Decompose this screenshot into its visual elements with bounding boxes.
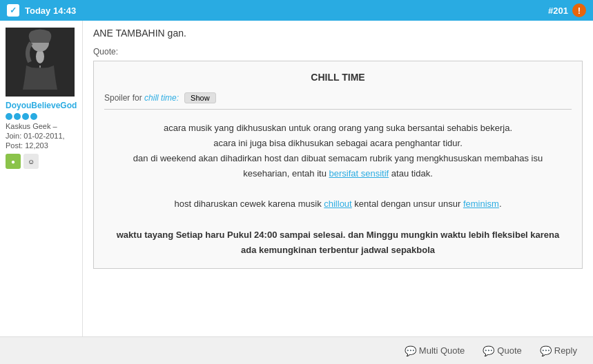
quote-line-7: waktu tayang Setiap haru Pukul 24:00 sam… bbox=[104, 228, 572, 258]
quote-box: CHILL TIME Spoiler for chill time: Show … bbox=[93, 61, 583, 269]
quote-icon: 💬 bbox=[483, 345, 494, 356]
action-bar: 💬 Multi Quote 💬 Quote 💬 Reply bbox=[0, 336, 593, 364]
user-sidebar: DoyouBelieveGod Kaskus Geek – Join: 01-0… bbox=[0, 21, 83, 336]
post-content-area: ANE TAMBAHIN gan. Quote: CHILL TIME Spoi… bbox=[83, 21, 593, 336]
reply-label: Reply bbox=[554, 345, 577, 356]
quote-line-5: host diharuskan cewek karena musik chill… bbox=[104, 196, 572, 212]
reply-icon: 💬 bbox=[540, 345, 552, 356]
sensitive-link[interactable]: bersifat sensitif bbox=[329, 168, 389, 179]
user-post-count: Post: 12,203 bbox=[6, 141, 77, 150]
multi-quote-button[interactable]: 💬 Multi Quote bbox=[399, 343, 470, 359]
quote-line-3: dan di weekend akan dihadirkan host dan … bbox=[104, 151, 572, 181]
dot-3 bbox=[22, 113, 29, 120]
dot-2 bbox=[14, 113, 21, 120]
spoiler-label: Spoiler for chill time: bbox=[104, 93, 179, 103]
post-label: Post: bbox=[6, 141, 23, 150]
user-report-icon[interactable]: ☺ bbox=[23, 154, 39, 169]
quote-line-2: acara ini juga bisa dikhusukan sebagai a… bbox=[104, 136, 572, 151]
user-action-buttons: ● ☺ bbox=[6, 154, 77, 169]
quote-line-1: acara musik yang dikhususkan untuk orang… bbox=[104, 121, 572, 136]
join-date: 01-02-2011, bbox=[23, 132, 64, 140]
spoiler-for-text: chill time: bbox=[144, 93, 179, 103]
top-bar-left: Today 14:43 bbox=[7, 4, 76, 17]
dot-4 bbox=[30, 113, 37, 120]
post-time: Today 14:43 bbox=[25, 6, 76, 16]
reply-button[interactable]: 💬 Reply bbox=[534, 343, 583, 359]
alert-badge[interactable]: ! bbox=[572, 3, 586, 17]
quote-button[interactable]: 💬 Quote bbox=[477, 343, 527, 359]
quote-body: acara musik yang dikhususkan untuk orang… bbox=[104, 121, 572, 258]
feminism-link[interactable]: feminism bbox=[463, 199, 499, 209]
join-label: Join: bbox=[6, 132, 21, 140]
spoiler-row: Spoiler for chill time: Show bbox=[104, 92, 572, 103]
multi-quote-icon: 💬 bbox=[405, 345, 416, 356]
bold-waktu: waktu tayang Setiap haru Pukul 24:00 sam… bbox=[117, 230, 560, 255]
user-reputation-dots bbox=[6, 113, 77, 120]
quote-label: Quote bbox=[497, 345, 521, 356]
post-main-text: ANE TAMBAHIN gan. bbox=[93, 28, 583, 39]
username[interactable]: DoyouBelieveGod bbox=[6, 101, 77, 110]
user-rank: Kaskus Geek – bbox=[6, 122, 77, 130]
quote-title: CHILL TIME bbox=[104, 72, 572, 83]
post-number: #201 bbox=[548, 6, 568, 16]
spoiler-show-button[interactable]: Show bbox=[184, 92, 216, 103]
user-join: Join: 01-02-2011, bbox=[6, 132, 77, 140]
dot-1 bbox=[6, 113, 12, 120]
chillout-link[interactable]: chillout bbox=[324, 199, 351, 209]
user-avatar[interactable] bbox=[6, 28, 75, 97]
quote-label: Quote: bbox=[93, 47, 583, 57]
main-area: DoyouBelieveGod Kaskus Geek – Join: 01-0… bbox=[0, 21, 593, 336]
multi-quote-label: Multi Quote bbox=[419, 345, 465, 356]
spoiler-divider bbox=[104, 109, 572, 110]
top-bar-right: #201 ! bbox=[548, 3, 586, 17]
check-icon bbox=[7, 4, 19, 17]
top-bar: Today 14:43 #201 ! bbox=[0, 0, 593, 21]
user-online-icon[interactable]: ● bbox=[6, 154, 21, 169]
post-count: 12,203 bbox=[25, 141, 48, 150]
